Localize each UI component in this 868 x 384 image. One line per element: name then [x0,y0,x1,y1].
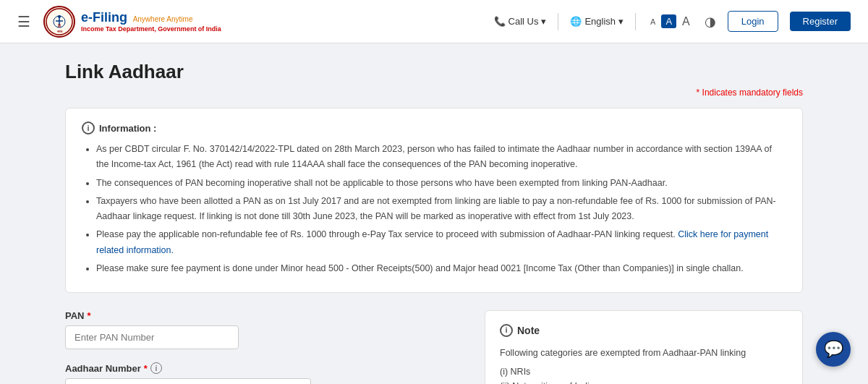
logo-subtitle: Income Tax Department, Government of Ind… [81,25,221,33]
mandatory-note: * Indicates mandatory fields [65,88,803,98]
svg-point-2 [58,15,61,18]
aadhaar-required-star: * [144,363,148,374]
info-bullet-3: Taxpayers who have been allotted a PAN a… [96,194,786,225]
logo-text-area: e-Filing Anywhere Anytime Income Tax Dep… [81,10,221,33]
font-decrease-button[interactable]: A [647,16,658,27]
info-bullet-5: Please make sure fee payment is done und… [96,261,786,276]
info-header: i Information : [82,121,786,135]
mandatory-asterisk: * [697,88,702,98]
font-increase-button[interactable]: A [679,14,693,30]
info-bullet-4: Please pay the applicable non-refundable… [96,227,786,258]
emblem-icon: भारत [43,6,75,38]
hamburger-icon[interactable]: ☰ [17,13,30,30]
aadhaar-label: Aadhaar Number * i [65,362,470,374]
note-header: i Note [500,323,788,338]
font-default-button[interactable]: A [661,14,676,28]
font-controls: A A A [647,14,693,30]
call-us-chevron: ▾ [541,16,546,27]
header-right: 📞 Call Us ▾ 🌐 English ▾ A A A ◑ Login Re… [494,11,851,32]
note-item-1: (i) NRIs [500,364,788,379]
form-note-section: PAN * Aadhaar Number * i i Note Followin… [65,310,803,384]
contrast-toggle-button[interactable]: ◑ [705,14,716,30]
chat-button[interactable]: 💬 [816,332,851,367]
info-bullet-1: As per CBDT circular F. No. 370142/14/20… [96,142,786,173]
aadhaar-form-group: Aadhaar Number * i [65,362,470,384]
aadhaar-input[interactable] [65,378,311,384]
info-title: Information : [99,123,156,134]
pan-label: PAN * [65,310,470,321]
note-intro: Following categories are exempted from A… [500,346,788,360]
svg-rect-5 [58,24,61,27]
globe-icon: 🌐 [570,16,582,27]
login-button[interactable]: Login [728,11,778,32]
info-bullet-4-text: Please pay the applicable non-refundable… [96,229,678,239]
phone-icon: 📞 [494,16,506,27]
lang-chevron: ▾ [618,16,624,27]
form-section: PAN * Aadhaar Number * i [65,310,470,384]
header-left: ☰ भारत e-Filing Anywhere Anytime [17,6,221,38]
register-button[interactable]: Register [790,12,851,31]
call-us-button[interactable]: 📞 Call Us ▾ [494,16,547,27]
note-title: Note [517,323,540,338]
pan-required-star: * [87,310,90,321]
pan-input[interactable] [65,325,239,349]
svg-text:भारत: भारत [57,30,63,33]
language-selector[interactable]: 🌐 English ▾ [570,16,624,27]
info-list: As per CBDT circular F. No. 370142/14/20… [82,142,786,276]
logo-area: भारत e-Filing Anywhere Anytime Income Ta… [43,6,221,38]
info-bullet-2: The consequences of PAN becoming inopera… [96,176,786,191]
page-title: Link Aadhaar [65,61,803,83]
header: ☰ भारत e-Filing Anywhere Anytime [0,0,868,43]
note-info-icon: i [500,324,513,337]
mandatory-text: Indicates mandatory fields [702,88,803,98]
chat-icon: 💬 [824,340,843,359]
call-us-label: Call Us [509,16,539,27]
main-content: Link Aadhaar * Indicates mandatory field… [36,43,832,384]
aadhaar-tooltip-icon[interactable]: i [150,362,162,374]
lang-label: English [584,16,616,27]
note-item-2: (ii) Not a citizen of India [500,379,788,384]
header-separator-2 [635,13,636,30]
header-separator-1 [558,13,558,30]
information-box: i Information : As per CBDT circular F. … [65,108,803,293]
logo-efiling: e-Filing Anywhere Anytime [81,10,221,25]
note-box: i Note Following categories are exempted… [485,310,803,384]
info-icon: i [82,121,95,135]
pan-form-group: PAN * [65,310,470,349]
